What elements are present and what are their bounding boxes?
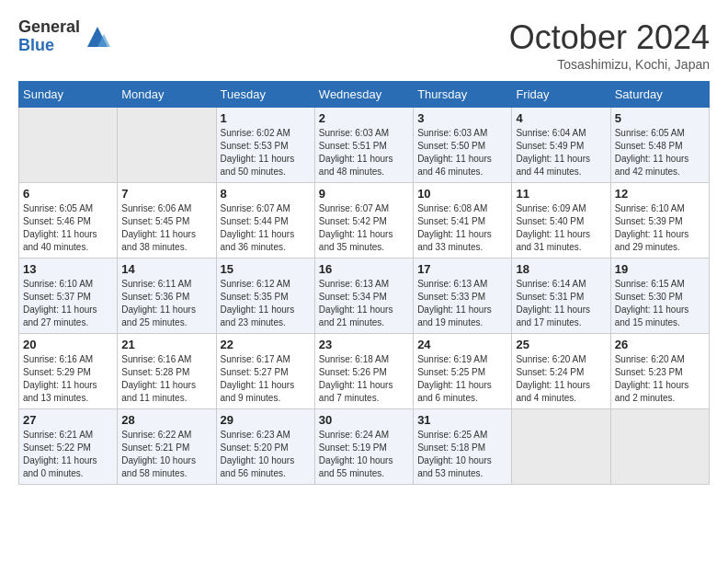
- empty-cell: [512, 409, 610, 485]
- day-number: 18: [516, 262, 606, 276]
- calendar-week-row: 20Sunrise: 6:16 AM Sunset: 5:29 PM Dayli…: [19, 334, 710, 409]
- day-cell: 5Sunrise: 6:05 AM Sunset: 5:48 PM Daylig…: [610, 108, 709, 183]
- day-number: 16: [319, 262, 409, 276]
- day-cell: 31Sunrise: 6:25 AM Sunset: 5:18 PM Dayli…: [414, 409, 512, 485]
- day-info: Sunrise: 6:16 AM Sunset: 5:28 PM Dayligh…: [121, 353, 211, 405]
- day-number: 21: [121, 338, 211, 351]
- day-info: Sunrise: 6:22 AM Sunset: 5:21 PM Dayligh…: [121, 429, 211, 480]
- day-cell: 6Sunrise: 6:05 AM Sunset: 5:46 PM Daylig…: [19, 183, 118, 259]
- title-block: October 2024 Tosashimizu, Kochi, Japan: [509, 18, 710, 72]
- day-number: 31: [417, 413, 507, 427]
- day-info: Sunrise: 6:12 AM Sunset: 5:35 PM Dayligh…: [221, 278, 311, 329]
- day-number: 15: [221, 262, 311, 276]
- logo-blue: Blue: [18, 37, 80, 55]
- day-number: 11: [516, 187, 606, 201]
- day-cell: 22Sunrise: 6:17 AM Sunset: 5:27 PM Dayli…: [216, 334, 314, 409]
- day-cell: 25Sunrise: 6:20 AM Sunset: 5:24 PM Dayli…: [512, 334, 610, 409]
- day-info: Sunrise: 6:23 AM Sunset: 5:20 PM Dayligh…: [221, 429, 311, 480]
- day-number: 1: [221, 111, 311, 125]
- day-cell: 1Sunrise: 6:02 AM Sunset: 5:53 PM Daylig…: [216, 108, 314, 183]
- day-number: 29: [221, 413, 311, 427]
- day-number: 3: [417, 111, 507, 125]
- day-cell: 18Sunrise: 6:14 AM Sunset: 5:31 PM Dayli…: [512, 259, 610, 334]
- day-cell: 7Sunrise: 6:06 AM Sunset: 5:45 PM Daylig…: [118, 183, 216, 259]
- header-monday: Monday: [118, 82, 216, 108]
- day-info: Sunrise: 6:20 AM Sunset: 5:23 PM Dayligh…: [615, 353, 705, 405]
- header-sunday: Sunday: [19, 82, 118, 108]
- day-cell: 17Sunrise: 6:13 AM Sunset: 5:33 PM Dayli…: [414, 259, 512, 334]
- day-info: Sunrise: 6:14 AM Sunset: 5:31 PM Dayligh…: [516, 278, 606, 329]
- day-cell: 14Sunrise: 6:11 AM Sunset: 5:36 PM Dayli…: [118, 259, 216, 334]
- header-wednesday: Wednesday: [314, 82, 413, 108]
- day-info: Sunrise: 6:03 AM Sunset: 5:51 PM Dayligh…: [319, 127, 409, 178]
- day-number: 9: [319, 187, 409, 201]
- day-info: Sunrise: 6:09 AM Sunset: 5:40 PM Dayligh…: [516, 202, 606, 254]
- day-info: Sunrise: 6:08 AM Sunset: 5:41 PM Dayligh…: [417, 202, 507, 254]
- day-number: 4: [516, 111, 606, 125]
- day-number: 17: [417, 262, 507, 276]
- calendar-week-row: 13Sunrise: 6:10 AM Sunset: 5:37 PM Dayli…: [19, 259, 710, 334]
- day-info: Sunrise: 6:20 AM Sunset: 5:24 PM Dayligh…: [516, 353, 606, 405]
- day-info: Sunrise: 6:06 AM Sunset: 5:45 PM Dayligh…: [121, 202, 211, 254]
- day-number: 10: [417, 187, 507, 201]
- day-cell: 2Sunrise: 6:03 AM Sunset: 5:51 PM Daylig…: [314, 108, 413, 183]
- month-title: October 2024: [509, 18, 710, 57]
- day-number: 28: [121, 413, 211, 427]
- header-saturday: Saturday: [610, 82, 709, 108]
- day-number: 27: [23, 413, 113, 427]
- header-tuesday: Tuesday: [216, 82, 314, 108]
- day-cell: 23Sunrise: 6:18 AM Sunset: 5:26 PM Dayli…: [314, 334, 413, 409]
- day-number: 22: [221, 338, 311, 351]
- day-info: Sunrise: 6:16 AM Sunset: 5:29 PM Dayligh…: [23, 353, 113, 405]
- day-info: Sunrise: 6:24 AM Sunset: 5:19 PM Dayligh…: [319, 429, 409, 480]
- day-info: Sunrise: 6:07 AM Sunset: 5:44 PM Dayligh…: [221, 202, 311, 254]
- day-number: 13: [23, 262, 113, 276]
- header-thursday: Thursday: [414, 82, 512, 108]
- day-cell: 4Sunrise: 6:04 AM Sunset: 5:49 PM Daylig…: [512, 108, 610, 183]
- day-number: 5: [615, 111, 705, 125]
- calendar-week-row: 27Sunrise: 6:21 AM Sunset: 5:22 PM Dayli…: [19, 409, 710, 485]
- calendar-week-row: 1Sunrise: 6:02 AM Sunset: 5:53 PM Daylig…: [19, 108, 710, 183]
- page-header: General Blue October 2024 Tosashimizu, K…: [18, 18, 710, 72]
- day-cell: 28Sunrise: 6:22 AM Sunset: 5:21 PM Dayli…: [118, 409, 216, 485]
- empty-cell: [118, 108, 216, 183]
- day-cell: 20Sunrise: 6:16 AM Sunset: 5:29 PM Dayli…: [19, 334, 118, 409]
- empty-cell: [19, 108, 118, 183]
- day-info: Sunrise: 6:15 AM Sunset: 5:30 PM Dayligh…: [615, 278, 705, 329]
- day-cell: 3Sunrise: 6:03 AM Sunset: 5:50 PM Daylig…: [414, 108, 512, 183]
- day-info: Sunrise: 6:10 AM Sunset: 5:39 PM Dayligh…: [615, 202, 705, 254]
- day-number: 12: [615, 187, 705, 201]
- day-cell: 12Sunrise: 6:10 AM Sunset: 5:39 PM Dayli…: [610, 183, 709, 259]
- empty-cell: [610, 409, 709, 485]
- day-cell: 26Sunrise: 6:20 AM Sunset: 5:23 PM Dayli…: [610, 334, 709, 409]
- day-info: Sunrise: 6:10 AM Sunset: 5:37 PM Dayligh…: [23, 278, 113, 329]
- calendar-week-row: 6Sunrise: 6:05 AM Sunset: 5:46 PM Daylig…: [19, 183, 710, 259]
- day-number: 23: [319, 338, 409, 351]
- calendar-table: SundayMondayTuesdayWednesdayThursdayFrid…: [18, 81, 710, 485]
- day-cell: 8Sunrise: 6:07 AM Sunset: 5:44 PM Daylig…: [216, 183, 314, 259]
- calendar-header-row: SundayMondayTuesdayWednesdayThursdayFrid…: [19, 82, 710, 108]
- day-cell: 30Sunrise: 6:24 AM Sunset: 5:19 PM Dayli…: [314, 409, 413, 485]
- logo-general: General: [18, 18, 80, 37]
- day-number: 20: [23, 338, 113, 351]
- day-info: Sunrise: 6:17 AM Sunset: 5:27 PM Dayligh…: [221, 353, 311, 405]
- day-info: Sunrise: 6:05 AM Sunset: 5:46 PM Dayligh…: [23, 202, 113, 254]
- logo-icon: [84, 23, 111, 51]
- day-number: 19: [615, 262, 705, 276]
- day-info: Sunrise: 6:03 AM Sunset: 5:50 PM Dayligh…: [417, 127, 507, 178]
- day-number: 2: [319, 111, 409, 125]
- day-info: Sunrise: 6:05 AM Sunset: 5:48 PM Dayligh…: [615, 127, 705, 178]
- day-number: 26: [615, 338, 705, 351]
- day-info: Sunrise: 6:19 AM Sunset: 5:25 PM Dayligh…: [417, 353, 507, 405]
- day-number: 24: [417, 338, 507, 351]
- day-number: 25: [516, 338, 606, 351]
- day-cell: 15Sunrise: 6:12 AM Sunset: 5:35 PM Dayli…: [216, 259, 314, 334]
- day-info: Sunrise: 6:11 AM Sunset: 5:36 PM Dayligh…: [121, 278, 211, 329]
- day-info: Sunrise: 6:04 AM Sunset: 5:49 PM Dayligh…: [516, 127, 606, 178]
- day-info: Sunrise: 6:13 AM Sunset: 5:33 PM Dayligh…: [417, 278, 507, 329]
- location: Tosashimizu, Kochi, Japan: [509, 57, 710, 72]
- logo: General Blue: [18, 18, 111, 55]
- day-number: 14: [121, 262, 211, 276]
- day-cell: 27Sunrise: 6:21 AM Sunset: 5:22 PM Dayli…: [19, 409, 118, 485]
- day-info: Sunrise: 6:21 AM Sunset: 5:22 PM Dayligh…: [23, 429, 113, 480]
